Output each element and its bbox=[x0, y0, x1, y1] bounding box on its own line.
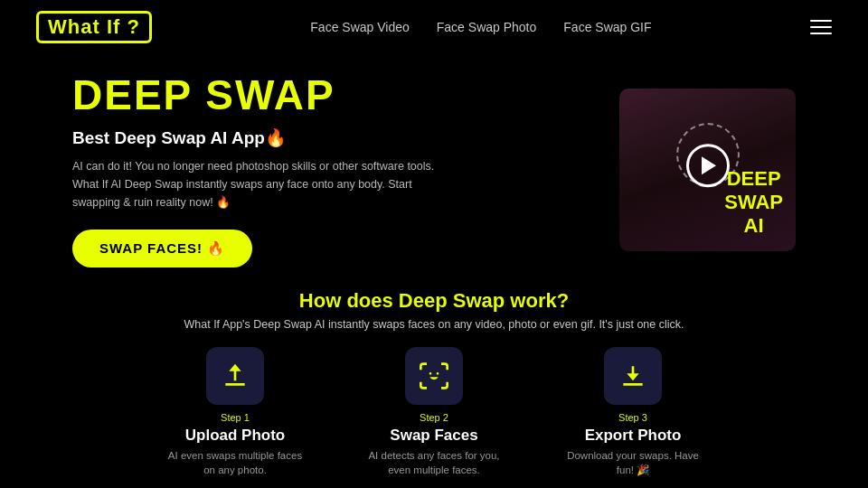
header: What If ? Face Swap Video Face Swap Phot… bbox=[0, 0, 868, 54]
step-1-icon-box bbox=[206, 347, 264, 405]
image-label: DEEPSWAPAI bbox=[724, 167, 783, 239]
step-3: Step 3 Export Photo Download your swaps.… bbox=[561, 347, 705, 477]
hero-left: DEEP SWAP Best Deep Swap AI App🔥 AI can … bbox=[72, 72, 461, 267]
cta-button[interactable]: SWAP FACES! 🔥 bbox=[72, 230, 252, 267]
step-1-title: Upload Photo bbox=[185, 427, 285, 445]
logo-text: What If ? bbox=[48, 15, 140, 38]
hero-title: DEEP SWAP bbox=[72, 72, 461, 118]
step-1-number: Step 1 bbox=[221, 412, 250, 423]
main-nav: Face Swap Video Face Swap Photo Face Swa… bbox=[310, 20, 651, 34]
step-3-number: Step 3 bbox=[618, 412, 647, 423]
hero-subtitle: Best Deep Swap AI App🔥 bbox=[72, 127, 461, 148]
how-description: What If App's Deep Swap AI instantly swa… bbox=[36, 318, 832, 331]
step-3-title: Export Photo bbox=[585, 427, 682, 445]
step-1-description: AI even swaps multiple faces on any phot… bbox=[163, 448, 307, 477]
step-2-title: Swap Faces bbox=[390, 427, 477, 445]
step-1: Step 1 Upload Photo AI even swaps multip… bbox=[163, 347, 307, 477]
step-2-number: Step 2 bbox=[420, 412, 448, 423]
nav-face-swap-gif[interactable]: Face Swap GIF bbox=[563, 20, 651, 34]
step-3-description: Download your swaps. Have fun! 🎉 bbox=[561, 448, 705, 477]
hamburger-line-1 bbox=[810, 20, 832, 22]
play-icon bbox=[702, 156, 716, 174]
hero-description: AI can do it! You no longer need photosh… bbox=[72, 157, 461, 211]
download-icon bbox=[618, 361, 647, 390]
hamburger-menu[interactable] bbox=[810, 20, 832, 34]
hamburger-line-3 bbox=[810, 33, 832, 34]
hamburger-line-2 bbox=[810, 26, 832, 28]
step-2-icon-box bbox=[405, 347, 463, 405]
steps-container: Step 1 Upload Photo AI even swaps multip… bbox=[36, 347, 832, 477]
nav-face-swap-video[interactable]: Face Swap Video bbox=[310, 20, 409, 34]
hero-section: DEEP SWAP Best Deep Swap AI App🔥 AI can … bbox=[0, 54, 868, 277]
logo[interactable]: What If ? bbox=[36, 11, 152, 43]
step-3-icon-box bbox=[604, 347, 662, 405]
face-scan-icon bbox=[420, 361, 448, 390]
how-section: How does Deep Swap work? What If App's D… bbox=[0, 277, 868, 477]
upload-icon bbox=[221, 361, 250, 390]
play-button[interactable] bbox=[686, 144, 730, 187]
nav-face-swap-photo[interactable]: Face Swap Photo bbox=[437, 20, 537, 34]
how-title: How does Deep Swap work? bbox=[36, 289, 832, 313]
step-2: Step 2 Swap Faces AI detects any faces f… bbox=[362, 347, 506, 477]
hero-image: DEEPSWAPAI bbox=[619, 89, 796, 251]
step-2-description: AI detects any faces for you, even multi… bbox=[362, 448, 506, 477]
